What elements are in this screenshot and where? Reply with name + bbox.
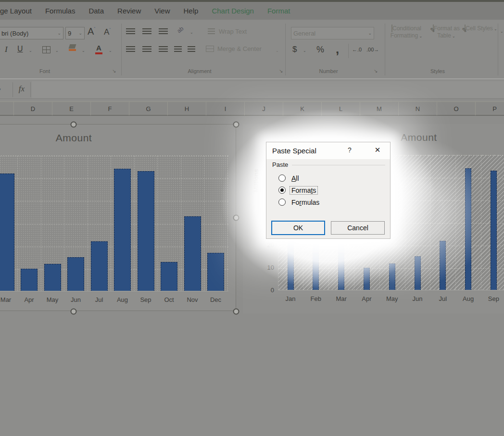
- x-axis-label-sep: Sep: [133, 296, 159, 303]
- chevron-down-icon[interactable]: ⌄: [29, 49, 32, 53]
- font-name-combo[interactable]: bri (Body) ⌄: [0, 27, 63, 39]
- increase-font-size-button[interactable]: Aˆ: [88, 26, 95, 37]
- align-center-button[interactable]: [142, 46, 151, 52]
- wrap-text-button[interactable]: Wrap Text: [219, 28, 247, 35]
- paste-option-formats[interactable]: Formats: [278, 184, 321, 196]
- chevron-down-icon[interactable]: ⌄: [190, 30, 193, 35]
- column-header-H[interactable]: H: [167, 102, 206, 115]
- align-middle-button[interactable]: [142, 28, 151, 35]
- tab-view[interactable]: View: [154, 7, 170, 15]
- paste-option-formulas[interactable]: Formulas: [278, 196, 321, 208]
- orientation-button[interactable]: ab: [176, 25, 185, 34]
- bar-sep[interactable]: [138, 171, 154, 291]
- tab-help[interactable]: Help: [184, 7, 199, 15]
- dialog-help-button[interactable]: ?: [345, 146, 354, 154]
- cancel-button[interactable]: Cancel: [331, 221, 385, 235]
- number-format-combo[interactable]: General ⌄: [291, 27, 374, 39]
- accounting-format-button[interactable]: $: [292, 45, 297, 54]
- column-header-O[interactable]: O: [437, 102, 475, 115]
- chevron-down-icon[interactable]: ⌄: [276, 49, 279, 53]
- italic-button[interactable]: I: [5, 45, 8, 54]
- comma-style-button[interactable]: ,: [336, 42, 339, 57]
- align-right-button[interactable]: [159, 46, 168, 52]
- column-header-I[interactable]: I: [206, 102, 244, 115]
- column-header-E[interactable]: E: [52, 102, 90, 115]
- excel-window: ge LayoutFormulasDataReviewViewHelpChart…: [0, 0, 504, 436]
- bar-may[interactable]: [44, 264, 61, 291]
- bar-dec[interactable]: [207, 253, 224, 291]
- cell-styles-button[interactable]: ✎ Cell Styles ⌄: [460, 25, 502, 32]
- bar-mar[interactable]: [0, 174, 14, 291]
- dialog-close-icon[interactable]: ✕: [371, 146, 384, 154]
- bar-aug[interactable]: [114, 169, 131, 291]
- chevron-down-icon[interactable]: ⌄: [109, 49, 112, 53]
- column-header-K[interactable]: K: [283, 102, 321, 115]
- decrease-decimal-button[interactable]: .00→: [366, 47, 379, 52]
- underline-button[interactable]: U: [17, 45, 23, 53]
- chevron-down-icon[interactable]: ⌄: [55, 49, 59, 53]
- column-header-G[interactable]: G: [129, 102, 167, 115]
- align-top-button[interactable]: [126, 28, 135, 35]
- percent-style-button[interactable]: %: [316, 45, 324, 55]
- selection-handle[interactable]: [233, 122, 239, 128]
- fill-color-button[interactable]: [69, 44, 76, 51]
- format-as-table-icon: ✎: [433, 25, 434, 32]
- column-header-J[interactable]: J: [244, 102, 283, 115]
- alignment-dialog-launcher-icon[interactable]: ↘: [279, 68, 283, 74]
- merge-center-icon[interactable]: [206, 46, 214, 52]
- conditional-formatting-button[interactable]: Conditional Formatting ⌄: [386, 25, 427, 39]
- selection-handle[interactable]: [233, 309, 239, 315]
- bar-jul[interactable]: [91, 241, 108, 291]
- font-size-combo[interactable]: 9 ⌄: [65, 27, 85, 39]
- ok-button[interactable]: OK: [271, 221, 325, 235]
- tab-format[interactable]: Format: [267, 7, 290, 15]
- selection-handle[interactable]: [71, 309, 77, 315]
- increase-indent-button[interactable]: [188, 46, 195, 52]
- decrease-font-size-button[interactable]: Aˇ: [104, 27, 111, 37]
- bar-may[interactable]: [389, 263, 395, 290]
- tab-data[interactable]: Data: [88, 7, 104, 15]
- merge-center-button[interactable]: Merge & Center: [217, 45, 262, 52]
- increase-decimal-button[interactable]: ←.0: [352, 47, 362, 52]
- tab-formulas[interactable]: Formulas: [45, 7, 76, 15]
- column-header-N[interactable]: N: [398, 102, 437, 115]
- wrap-text-icon[interactable]: [208, 28, 215, 35]
- tab-review[interactable]: Review: [117, 7, 141, 15]
- bar-apr[interactable]: [364, 268, 370, 290]
- chart-left-copy[interactable]: AmountMarAprMayJunJulAugSepOctNovDec: [0, 124, 236, 311]
- plot-area[interactable]: [0, 155, 228, 291]
- align-left-button[interactable]: [126, 46, 135, 52]
- x-axis-label-mar: Mar: [328, 295, 354, 302]
- bar-oct[interactable]: [161, 262, 177, 291]
- bar-sep[interactable]: [491, 171, 497, 290]
- column-header-L[interactable]: L: [321, 102, 360, 115]
- number-dialog-launcher-icon[interactable]: ↘: [374, 68, 378, 74]
- chart-title[interactable]: Amount: [0, 132, 237, 144]
- font-color-button[interactable]: A: [95, 44, 102, 54]
- align-bottom-button[interactable]: [159, 28, 168, 35]
- selection-handle[interactable]: [233, 215, 239, 221]
- paste-option-all[interactable]: All: [278, 172, 321, 184]
- borders-button[interactable]: [42, 46, 50, 53]
- bar-jun[interactable]: [67, 257, 84, 291]
- insert-function-button[interactable]: fx: [14, 84, 29, 94]
- tab-ge-layout[interactable]: ge Layout: [0, 7, 32, 15]
- selection-handle[interactable]: [71, 122, 77, 128]
- column-header-D[interactable]: D: [13, 102, 52, 115]
- bar-jul[interactable]: [440, 241, 446, 290]
- name-box-caret-icon[interactable]: ▾: [0, 87, 1, 92]
- formula-input[interactable]: [32, 81, 504, 98]
- bar-nov[interactable]: [184, 216, 201, 291]
- bar-apr[interactable]: [21, 269, 38, 291]
- bar-jun[interactable]: [415, 256, 421, 290]
- column-header-P[interactable]: P: [475, 102, 504, 115]
- column-header-M[interactable]: M: [360, 102, 398, 115]
- column-header-F[interactable]: F: [90, 102, 129, 115]
- chevron-down-icon[interactable]: ⌄: [82, 49, 85, 53]
- decrease-indent-button[interactable]: [174, 46, 182, 52]
- tab-chart-design[interactable]: Chart Design: [212, 7, 254, 15]
- bar-aug[interactable]: [465, 168, 471, 290]
- chevron-down-icon[interactable]: ⌄: [303, 49, 306, 53]
- font-dialog-launcher-icon[interactable]: ↘: [112, 68, 116, 74]
- fill-color-swatch: [69, 49, 76, 51]
